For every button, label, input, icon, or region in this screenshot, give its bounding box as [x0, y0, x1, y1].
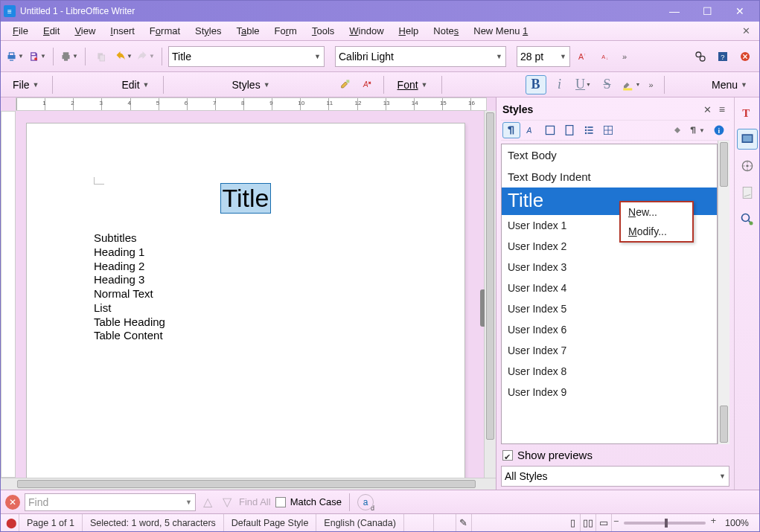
tab-styles-icon[interactable]	[737, 129, 758, 150]
menu-newmenu1[interactable]: New Menu 1	[466, 23, 535, 39]
italic-button[interactable]: i	[549, 75, 570, 94]
paragraph-styles-icon[interactable]	[502, 122, 520, 138]
save-icon[interactable]: ▼	[28, 46, 47, 67]
status-page[interactable]: Page 1 of 1	[19, 514, 83, 531]
menu-dropdown[interactable]: Menu▼	[704, 77, 755, 93]
find-next-icon[interactable]: ▽	[220, 495, 234, 509]
bold-button[interactable]: B	[526, 75, 546, 94]
clone-formatting-icon[interactable]	[336, 74, 355, 95]
menu-format[interactable]: Format	[142, 23, 188, 39]
tab-navigator-icon[interactable]	[737, 182, 758, 203]
page-styles-icon[interactable]	[561, 122, 578, 138]
highlight-color-button[interactable]: ▼	[621, 75, 642, 94]
styles-dropdown[interactable]: Styles▼	[225, 77, 278, 93]
style-item[interactable]: User Index 6	[502, 319, 717, 340]
doc-line[interactable]: Heading 1	[94, 246, 397, 260]
styles-filter-combo[interactable]: All Styles ▼	[501, 466, 729, 487]
context-new[interactable]: New...	[621, 202, 692, 222]
scroll-thumb[interactable]	[720, 406, 728, 443]
style-item[interactable]: Text Body Indent	[502, 166, 717, 188]
panel-grip[interactable]	[480, 289, 485, 327]
menu-tools[interactable]: Tools	[304, 23, 342, 39]
doc-line[interactable]: Table Content	[94, 329, 397, 343]
panel-close-icon[interactable]: ✕	[699, 104, 716, 115]
status-language[interactable]: English (Canada)	[316, 514, 404, 531]
horizontal-ruler[interactable]: 12345678910111213141516	[16, 97, 487, 111]
frame-styles-icon[interactable]	[541, 122, 559, 138]
toolbar-overflow-icon[interactable]: »	[618, 52, 631, 61]
edit-dropdown[interactable]: Edit▼	[114, 77, 156, 93]
scroll-thumb[interactable]	[17, 480, 476, 488]
style-item[interactable]: User Index 3	[502, 257, 717, 278]
close-doc-icon[interactable]	[735, 46, 755, 67]
style-item[interactable]: User Index 5	[502, 298, 717, 319]
doc-line[interactable]: List	[94, 301, 397, 315]
scroll-thumb[interactable]	[720, 142, 728, 187]
vertical-scrollbar[interactable]	[484, 111, 496, 478]
menu-help[interactable]: Help	[392, 23, 427, 39]
horizontal-scrollbar[interactable]	[16, 478, 484, 490]
scroll-thumb[interactable]	[486, 112, 494, 440]
print-icon[interactable]: ▼	[5, 46, 25, 67]
doc-line[interactable]: Heading 3	[94, 273, 397, 287]
find-prev-icon[interactable]: △	[200, 495, 215, 509]
find-all-button[interactable]: Find All	[239, 496, 271, 507]
find-input[interactable]: Find ▼	[25, 493, 196, 511]
print-direct-icon[interactable]: ▼	[60, 46, 79, 67]
tab-properties-icon[interactable]: T	[737, 102, 758, 123]
vertical-ruler[interactable]	[1, 111, 16, 478]
style-item[interactable]: User Index 9	[502, 382, 717, 403]
styles-scrollbar[interactable]	[718, 141, 729, 444]
document-body[interactable]: Subtitles Heading 1 Heading 2 Heading 3 …	[94, 231, 397, 343]
status-insert-mode[interactable]	[404, 514, 434, 531]
close-button[interactable]: ✕	[724, 1, 756, 22]
menu-table[interactable]: Table	[229, 23, 266, 39]
help-icon[interactable]: ?	[713, 46, 732, 67]
doc-line[interactable]: Heading 2	[94, 260, 397, 274]
shrink-font-icon[interactable]: A↓	[595, 46, 615, 67]
maximize-button[interactable]: ☐	[691, 1, 724, 22]
menu-edit[interactable]: Edit	[36, 23, 67, 39]
menu-file[interactable]: File	[5, 23, 36, 39]
save-status-icon[interactable]: ⬤	[4, 514, 19, 531]
page-viewport[interactable]: Title Subtitles Heading 1 Heading 2 Head…	[16, 111, 484, 478]
zoom-slider[interactable]	[612, 514, 718, 531]
style-item[interactable]: User Index 4	[502, 278, 717, 298]
table-styles-icon[interactable]	[599, 122, 617, 138]
document-page[interactable]: Title Subtitles Heading 1 Heading 2 Head…	[26, 123, 465, 478]
new-style-dropdown-icon[interactable]: ▼	[688, 122, 706, 138]
redo-icon[interactable]: ▼	[136, 46, 156, 67]
underline-button[interactable]: U▼	[573, 75, 594, 94]
view-single-icon[interactable]: ▯	[565, 514, 581, 531]
paragraph-style-combo[interactable]: Title ▼	[168, 46, 325, 67]
status-page-style[interactable]: Default Page Style	[224, 514, 317, 531]
status-zoom[interactable]: 100%	[718, 514, 756, 531]
style-item[interactable]: User Index 8	[502, 361, 717, 382]
status-selection[interactable]: Selected: 1 word, 5 characters	[83, 514, 224, 531]
doc-line[interactable]: Subtitles	[94, 231, 397, 246]
show-previews-checkbox[interactable]	[502, 450, 513, 461]
font-dropdown[interactable]: Font▼	[390, 77, 435, 93]
font-name-combo[interactable]: Calibri Light ▼	[335, 46, 506, 67]
file-dropdown[interactable]: File▼	[5, 77, 46, 93]
status-selection-mode[interactable]	[434, 514, 456, 531]
document-close-icon[interactable]: ✕	[738, 25, 755, 36]
view-multi-icon[interactable]: ▯▯	[581, 514, 596, 531]
strikethrough-button[interactable]: S	[597, 75, 618, 94]
font-size-combo[interactable]: 28 pt ▼	[517, 46, 570, 67]
grow-font-icon[interactable]: A↑	[573, 46, 593, 67]
menu-styles[interactable]: Styles	[188, 23, 229, 39]
tab-page-icon[interactable]	[737, 209, 758, 230]
toolbar2-overflow-icon[interactable]: »	[645, 80, 658, 89]
context-modify[interactable]: Modify...	[621, 222, 692, 241]
style-item[interactable]: Text Body	[502, 144, 717, 166]
undo-icon[interactable]: ▼	[114, 46, 133, 67]
doc-line[interactable]: Normal Text	[94, 287, 397, 301]
find-close-icon[interactable]: ✕	[5, 495, 20, 510]
document-title-text[interactable]: Title	[220, 183, 272, 214]
panel-menu-icon[interactable]: ≡	[716, 103, 728, 115]
view-book-icon[interactable]: ▭	[596, 514, 612, 531]
character-styles-icon[interactable]: A	[522, 122, 540, 138]
menu-notes[interactable]: Notes	[426, 23, 466, 39]
match-case-checkbox[interactable]	[275, 497, 286, 507]
